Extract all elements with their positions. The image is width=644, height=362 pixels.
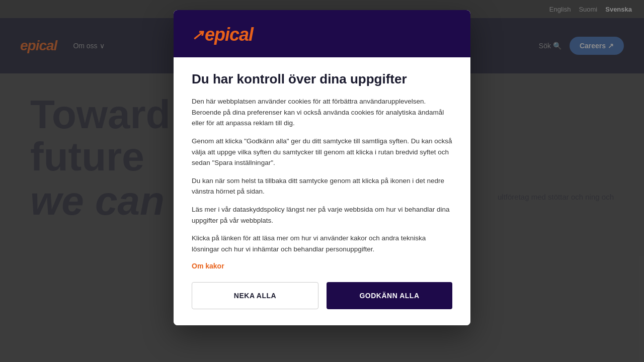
logo-arrow-icon: ↗ [192,27,203,43]
modal-buttons: NEKA ALLA GODKÄNN ALLA [192,282,452,309]
modal-overlay: ↗ epical Du har kontroll över dina uppgi… [0,0,644,362]
modal-paragraph-4: Läs mer i vår dataskyddspolicy längst ne… [192,204,452,226]
modal-paragraph-5: Klicka på länken för att läsa mer om hur… [192,233,452,254]
modal-header: ↗ epical [174,10,470,57]
om-kakor-link[interactable]: Om kakor [192,262,224,270]
modal-body: Du har kontroll över dina uppgifter Den … [174,57,470,325]
modal-title: Du har kontroll över dina uppgifter [192,71,452,87]
cookie-modal: ↗ epical Du har kontroll över dina uppgi… [174,10,470,325]
modal-paragraph-3: Du kan när som helst ta tillbaka ditt sa… [192,175,452,197]
godkann-alla-button[interactable]: GODKÄNN ALLA [327,282,452,309]
modal-logo-text: epical [205,24,253,45]
modal-paragraph-1: Den här webbplatsen använder cookies för… [192,96,452,129]
modal-logo: ↗ epical [192,24,253,45]
neka-alla-button[interactable]: NEKA ALLA [192,282,318,309]
modal-paragraph-2: Genom att klicka "Godkänn alla" ger du d… [192,136,452,168]
